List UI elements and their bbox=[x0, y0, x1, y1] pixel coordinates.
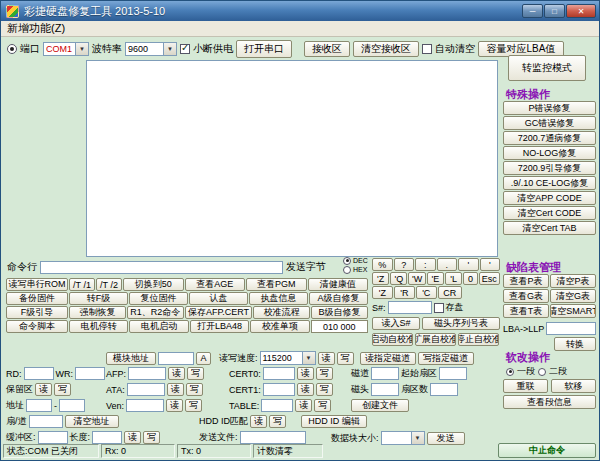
keypad-esc-key[interactable]: Esc bbox=[479, 272, 500, 285]
hddid-write-button[interactable]: 写 bbox=[269, 415, 286, 428]
grid-button[interactable]: 强制恢复 bbox=[69, 306, 126, 319]
dec-radio[interactable] bbox=[343, 257, 351, 265]
cert0-write-button[interactable]: 写 bbox=[316, 367, 333, 380]
com-port-select[interactable]: COM1▼ bbox=[43, 42, 89, 56]
afp-write-button[interactable]: 写 bbox=[187, 367, 204, 380]
grid-button[interactable]: 保存AFP.CERT bbox=[185, 306, 252, 319]
read-track-button[interactable]: 读指定磁道 bbox=[360, 352, 416, 365]
ata-read-button[interactable]: 读 bbox=[167, 383, 184, 396]
keypad-key[interactable]: . bbox=[437, 258, 458, 271]
hddid-edit-button[interactable]: HDD ID 编辑 bbox=[301, 415, 367, 428]
head-input[interactable] bbox=[371, 383, 399, 396]
keypad-key[interactable]: 'W bbox=[408, 272, 425, 285]
view-p-list-button[interactable]: 查看P表 bbox=[503, 274, 549, 288]
auto-clear-checkbox[interactable] bbox=[422, 44, 432, 54]
grid-button[interactable]: 查看PGM bbox=[246, 278, 307, 291]
reserved-read-button[interactable]: 读 bbox=[35, 383, 52, 396]
grid-button[interactable]: 切换到50 bbox=[123, 278, 184, 291]
special-button-7200-7[interactable]: 7200.7通病修复 bbox=[503, 131, 596, 145]
special-button-gc-error[interactable]: GC错误修复 bbox=[503, 116, 596, 130]
port-radio[interactable] bbox=[7, 44, 17, 54]
clear-receive-button[interactable]: 清空接收区 bbox=[353, 41, 419, 57]
special-button-clear-cert-tab[interactable]: 清空Cert TAB bbox=[503, 221, 596, 235]
rd-input[interactable] bbox=[24, 367, 54, 380]
monitor-mode-button[interactable]: 转监控模式 bbox=[508, 55, 586, 81]
grid-button[interactable]: B级自修复 bbox=[311, 306, 368, 319]
ven-read-button[interactable]: 读 bbox=[166, 399, 183, 412]
keypad-key[interactable]: ? bbox=[394, 258, 415, 271]
menu-item-new-features[interactable]: 新增功能(Z) bbox=[7, 21, 65, 36]
wr-input[interactable] bbox=[75, 367, 105, 380]
length-input[interactable] bbox=[92, 431, 122, 444]
soft-move-button[interactable]: 软移 bbox=[551, 379, 596, 393]
speed-select[interactable]: 115200▼ bbox=[260, 351, 316, 365]
grid-button[interactable]: 校准流程 bbox=[253, 306, 310, 319]
minimize-button[interactable]: ─ bbox=[522, 4, 543, 18]
keypad-key[interactable]: ' bbox=[480, 258, 501, 271]
keypad-key[interactable]: 'Q bbox=[390, 272, 407, 285]
grid-button[interactable]: 执盘信息 bbox=[249, 292, 308, 305]
head-serial-table-button[interactable]: 磁头序列号表 bbox=[422, 317, 500, 330]
grid-button[interactable]: 复位固件 bbox=[129, 292, 188, 305]
cert1-read-button[interactable]: 读 bbox=[297, 383, 314, 396]
keypad-key[interactable]: ' bbox=[458, 258, 479, 271]
keypad-key[interactable]: 'E bbox=[427, 272, 444, 285]
address-start-input[interactable] bbox=[26, 399, 52, 412]
sector-track-input[interactable] bbox=[29, 415, 63, 428]
send-file-input[interactable] bbox=[240, 431, 306, 444]
reserved-write-button[interactable]: 写 bbox=[54, 383, 71, 396]
grid-button[interactable]: 打开LBA48 bbox=[190, 320, 249, 333]
address-end-input[interactable] bbox=[59, 399, 85, 412]
convert-button[interactable]: 转换 bbox=[554, 337, 596, 351]
grid-button[interactable]: A级自修复 bbox=[309, 292, 368, 305]
command-input[interactable] bbox=[40, 261, 283, 274]
clear-p-list-button[interactable]: 清空P表 bbox=[550, 274, 596, 288]
abort-command-button[interactable]: 中止命令 bbox=[498, 443, 596, 458]
module-address-button[interactable]: 模块地址 bbox=[106, 352, 156, 365]
send-button[interactable]: 发送 bbox=[427, 432, 465, 445]
power-checkbox[interactable] bbox=[180, 44, 190, 54]
grid-button[interactable]: 读写串行ROM bbox=[6, 278, 68, 291]
sector-count-input[interactable] bbox=[430, 383, 458, 396]
keypad-key[interactable]: 0 bbox=[463, 272, 478, 285]
buffer-input[interactable] bbox=[38, 431, 68, 444]
extend-calibration-button[interactable]: 扩展自校准 bbox=[415, 333, 456, 346]
write-track-button[interactable]: 写指定磁道 bbox=[418, 352, 474, 365]
grid-button[interactable]: R1、R2命令 bbox=[127, 306, 184, 319]
speed-write-button[interactable]: 写 bbox=[337, 352, 354, 365]
create-file-button[interactable]: 创建文件 bbox=[351, 399, 409, 412]
special-button-no-log[interactable]: NO-LOG修复 bbox=[503, 146, 596, 160]
keypad-key[interactable]: 'Z bbox=[372, 272, 389, 285]
afp-read-button[interactable]: 读 bbox=[168, 367, 185, 380]
keypad-key[interactable]: 'R bbox=[394, 286, 415, 299]
ata-write-button[interactable]: 写 bbox=[186, 383, 203, 396]
special-button-p-error[interactable]: P错误修复 bbox=[503, 101, 596, 115]
sn-read-button[interactable]: 读入S# bbox=[372, 317, 420, 330]
clear-smart-button[interactable]: 清空SMART bbox=[550, 304, 596, 318]
view-t-list-button[interactable]: 查看T表 bbox=[503, 304, 549, 318]
keypad-cr-key[interactable]: CR bbox=[438, 286, 462, 299]
track-input[interactable] bbox=[371, 367, 399, 380]
grid-button[interactable]: 电机停转 bbox=[69, 320, 128, 333]
keypad-key[interactable]: 'Z bbox=[372, 286, 393, 299]
view-g-list-button[interactable]: 查看G表 bbox=[503, 289, 549, 303]
block-size-select[interactable]: ▼ bbox=[381, 431, 425, 445]
cert0-read-button[interactable]: 读 bbox=[297, 367, 314, 380]
open-serial-button[interactable]: 打开串口 bbox=[236, 40, 292, 58]
clear-address-button[interactable]: 清空地址 bbox=[65, 415, 119, 428]
buffer-write-button[interactable]: 写 bbox=[143, 431, 160, 444]
keypad-key[interactable]: % bbox=[372, 258, 393, 271]
table-read-button[interactable]: 读 bbox=[295, 399, 312, 412]
grid-button[interactable]: 转F级 bbox=[69, 292, 128, 305]
grid-button[interactable]: 电机启动 bbox=[129, 320, 188, 333]
buffer-read-button[interactable]: 读 bbox=[124, 431, 141, 444]
special-button-clear-app-code[interactable]: 清空APP CODE bbox=[503, 191, 596, 205]
cert1-write-button[interactable]: 写 bbox=[316, 383, 333, 396]
grid-button[interactable]: 命令脚本 bbox=[6, 320, 68, 333]
module-address-input[interactable] bbox=[158, 352, 194, 365]
table-input[interactable] bbox=[261, 399, 293, 412]
special-button-ce-log[interactable]: .9/.10 CE-LOG修复 bbox=[503, 176, 596, 190]
relink-button[interactable]: 重联 bbox=[503, 379, 548, 393]
cert1-input[interactable] bbox=[263, 383, 295, 396]
view-segment-info-button[interactable]: 查看段信息 bbox=[503, 395, 596, 409]
